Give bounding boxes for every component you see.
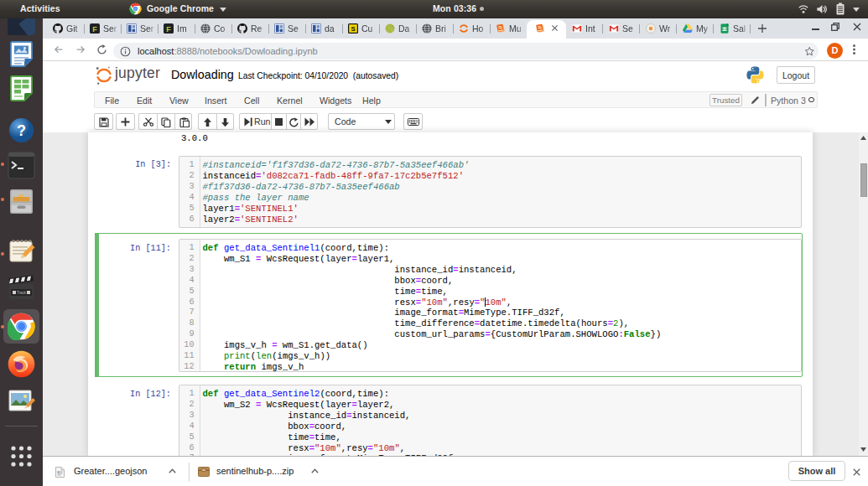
- svg-text:F: F: [92, 25, 97, 34]
- svg-text:?: ?: [17, 122, 26, 139]
- svg-text:S: S: [351, 25, 355, 33]
- svg-text:F: F: [166, 25, 171, 34]
- svg-text:Track: Track: [17, 291, 27, 295]
